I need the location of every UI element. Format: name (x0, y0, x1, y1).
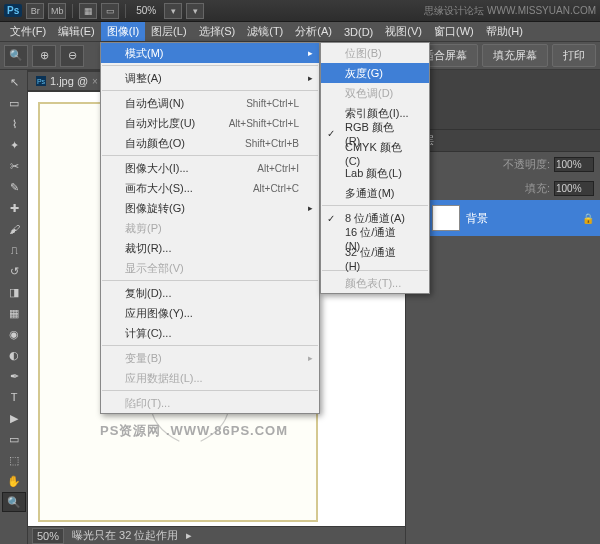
check-icon: ✓ (327, 213, 335, 224)
zoom-tool[interactable]: 🔍 (2, 492, 26, 512)
path-tool[interactable]: ▶ (2, 408, 26, 428)
mode-duotone[interactable]: 双色调(D) (321, 83, 429, 103)
opacity-label: 不透明度: (503, 157, 550, 172)
zoom-level[interactable]: 50% (136, 5, 156, 16)
layers-panel-header[interactable]: 图层 (406, 130, 600, 152)
menu-bar: 文件(F) 编辑(E) 图像(I) 图层(L) 选择(S) 滤镜(T) 分析(A… (0, 22, 600, 42)
menu-file[interactable]: 文件(F) (4, 22, 52, 41)
menu-item-auto-color[interactable]: 自动颜色(O)Shift+Ctrl+B (101, 133, 319, 153)
screen-mode-icon[interactable]: ▾ (186, 3, 204, 19)
mode-lab[interactable]: Lab 颜色(L) (321, 163, 429, 183)
menu-window[interactable]: 窗口(W) (428, 22, 480, 41)
move-tool[interactable]: ↖ (2, 72, 26, 92)
bridge-icon[interactable]: Br (26, 3, 44, 19)
menu-item-calculations[interactable]: 计算(C)... (101, 323, 319, 343)
pen-tool[interactable]: ✒ (2, 366, 26, 386)
layer-name: 背景 (466, 211, 488, 226)
panels: 图层 不透明度: 填充: 背景 🔒 (405, 70, 600, 544)
menu-item-duplicate[interactable]: 复制(D)... (101, 283, 319, 303)
layer-thumbnail[interactable] (432, 205, 460, 231)
menu-item-reveal-all[interactable]: 显示全部(V) (101, 258, 319, 278)
status-arrow-icon[interactable]: ▸ (186, 529, 192, 542)
3d-tool[interactable]: ⬚ (2, 450, 26, 470)
check-icon: ✓ (327, 128, 335, 139)
zoom-out-icon[interactable]: ⊖ (60, 45, 84, 67)
menu-item-canvas-size[interactable]: 画布大小(S)...Alt+Ctrl+C (101, 178, 319, 198)
ps-doc-icon: Ps (36, 76, 46, 86)
color-panel[interactable] (406, 70, 600, 130)
menu-item-adjustments[interactable]: 调整(A)▸ (101, 68, 319, 88)
menu-select[interactable]: 选择(S) (193, 22, 242, 41)
arrange-icon[interactable]: ▾ (164, 3, 182, 19)
gradient-tool[interactable]: ▦ (2, 303, 26, 323)
print-size-button[interactable]: 打印 (552, 44, 596, 67)
lasso-tool[interactable]: ⌇ (2, 114, 26, 134)
app-logo: Ps (4, 4, 22, 17)
menu-image[interactable]: 图像(I) (101, 22, 145, 41)
mode-32bit[interactable]: 32 位/通道(H) (321, 248, 429, 268)
history-brush-tool[interactable]: ↺ (2, 261, 26, 281)
menu-filter[interactable]: 滤镜(T) (241, 22, 289, 41)
view-rulers-icon[interactable]: ▭ (101, 3, 119, 19)
mode-grayscale[interactable]: 灰度(G) (321, 63, 429, 83)
menu-3d[interactable]: 3D(D) (338, 24, 379, 40)
mode-color-table[interactable]: 颜色表(T)... (321, 273, 429, 293)
stamp-tool[interactable]: ⎍ (2, 240, 26, 260)
menu-help[interactable]: 帮助(H) (480, 22, 529, 41)
opacity-row: 不透明度: (406, 152, 600, 176)
fill-input[interactable] (554, 181, 594, 196)
title-bar: Ps Br Mb ▦ ▭ 50% ▾ ▾ 思缘设计论坛 WWW.MISSYUAN… (0, 0, 600, 22)
menu-item-image-size[interactable]: 图像大小(I)...Alt+Ctrl+I (101, 158, 319, 178)
menu-item-datasets[interactable]: 应用数据组(L)... (101, 368, 319, 388)
menu-item-auto-contrast[interactable]: 自动对比度(U)Alt+Shift+Ctrl+L (101, 113, 319, 133)
opacity-input[interactable] (554, 157, 594, 172)
minibridge-icon[interactable]: Mb (48, 3, 66, 19)
fill-screen-button[interactable]: 填充屏幕 (482, 44, 548, 67)
status-bar: 50% 曝光只在 32 位起作用 ▸ (28, 526, 405, 544)
watermark-brand: 思缘设计论坛 WWW.MISSYUAN.COM (424, 4, 596, 18)
mode-cmyk[interactable]: CMYK 颜色(C) (321, 143, 429, 163)
toolbox: ↖ ▭ ⌇ ✦ ✂ ✎ ✚ 🖌 ⎍ ↺ ◨ ▦ ◉ ◐ ✒ T ▶ ▭ ⬚ ✋ … (0, 70, 28, 544)
dodge-tool[interactable]: ◐ (2, 345, 26, 365)
mode-bitmap[interactable]: 位图(B) (321, 43, 429, 63)
blur-tool[interactable]: ◉ (2, 324, 26, 344)
canvas-watermark: PS资源网 .WWW.86PS.COM (100, 422, 288, 440)
eraser-tool[interactable]: ◨ (2, 282, 26, 302)
brush-tool[interactable]: 🖌 (2, 219, 26, 239)
status-text: 曝光只在 32 位起作用 (72, 528, 178, 543)
crop-tool[interactable]: ✂ (2, 156, 26, 176)
mode-multichannel[interactable]: 多通道(M) (321, 183, 429, 203)
tab-label: 1.jpg @ (50, 75, 88, 87)
menu-layer[interactable]: 图层(L) (145, 22, 192, 41)
menu-view[interactable]: 视图(V) (379, 22, 428, 41)
menu-item-image-rotation[interactable]: 图像旋转(G)▸ (101, 198, 319, 218)
marquee-tool[interactable]: ▭ (2, 93, 26, 113)
menu-item-variables[interactable]: 变量(B)▸ (101, 348, 319, 368)
document-tab[interactable]: Ps 1.jpg @ × (28, 72, 107, 90)
shape-tool[interactable]: ▭ (2, 429, 26, 449)
fill-row: 填充: (406, 176, 600, 200)
menu-item-apply-image[interactable]: 应用图像(Y)... (101, 303, 319, 323)
status-zoom[interactable]: 50% (32, 528, 64, 544)
type-tool[interactable]: T (2, 387, 26, 407)
mode-submenu: 位图(B) 灰度(G) 双色调(D) 索引颜色(I)... ✓RGB 颜色(R)… (320, 42, 430, 294)
menu-item-auto-tone[interactable]: 自动色调(N)Shift+Ctrl+L (101, 93, 319, 113)
layer-row[interactable]: 背景 🔒 (406, 200, 600, 236)
menu-item-mode[interactable]: 模式(M)▸ (101, 43, 319, 63)
hand-tool[interactable]: ✋ (2, 471, 26, 491)
menu-item-trim[interactable]: 裁切(R)... (101, 238, 319, 258)
image-menu-dropdown: 模式(M)▸ 调整(A)▸ 自动色调(N)Shift+Ctrl+L 自动对比度(… (100, 42, 320, 414)
lock-icon: 🔒 (582, 213, 594, 224)
close-icon[interactable]: × (92, 76, 98, 87)
menu-edit[interactable]: 编辑(E) (52, 22, 101, 41)
view-extras-icon[interactable]: ▦ (79, 3, 97, 19)
wand-tool[interactable]: ✦ (2, 135, 26, 155)
menu-analysis[interactable]: 分析(A) (289, 22, 338, 41)
zoom-tool-icon[interactable]: 🔍 (4, 45, 28, 67)
eyedropper-tool[interactable]: ✎ (2, 177, 26, 197)
zoom-in-icon[interactable]: ⊕ (32, 45, 56, 67)
menu-item-trap[interactable]: 陷印(T)... (101, 393, 319, 413)
menu-item-crop[interactable]: 裁剪(P) (101, 218, 319, 238)
heal-tool[interactable]: ✚ (2, 198, 26, 218)
fill-label: 填充: (525, 181, 550, 196)
